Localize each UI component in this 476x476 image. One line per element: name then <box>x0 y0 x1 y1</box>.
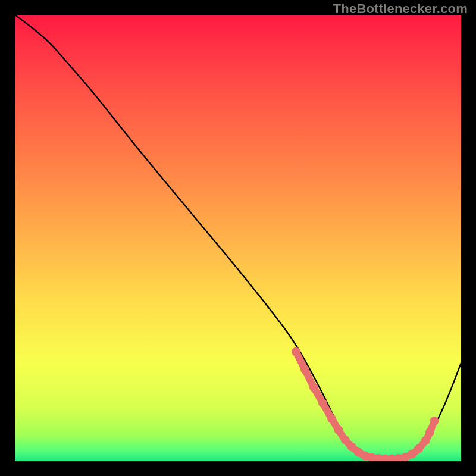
highlight-dot <box>309 383 318 392</box>
highlight-dot <box>430 416 439 425</box>
highlight-dot <box>334 425 343 434</box>
highlight-dot <box>318 399 327 408</box>
highlight-dot <box>292 347 300 356</box>
highlight-dot <box>341 436 350 444</box>
bottleneck-chart <box>0 0 476 476</box>
highlight-dot <box>425 428 434 437</box>
highlight-dot <box>421 436 430 445</box>
plot-background-gradient <box>15 15 461 461</box>
highlight-dot <box>300 365 309 374</box>
highlight-dot <box>327 414 336 423</box>
chart-frame: TheBottlenecker.com <box>0 0 476 476</box>
highlight-dot <box>414 444 423 453</box>
